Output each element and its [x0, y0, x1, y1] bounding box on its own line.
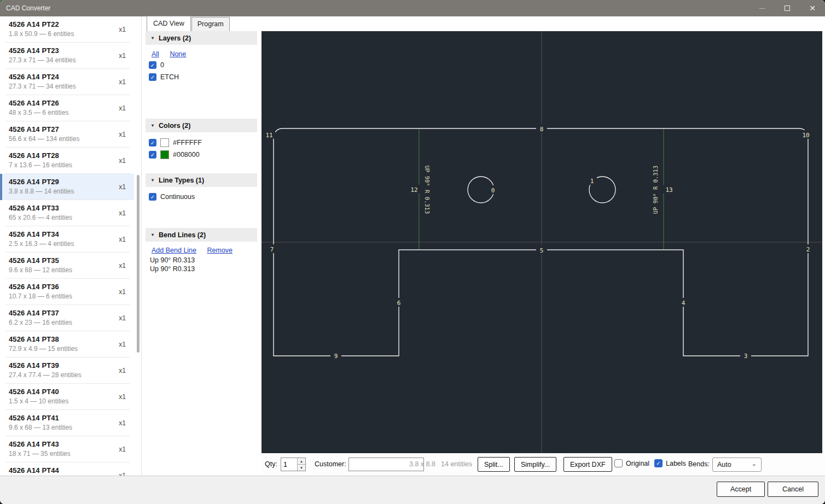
part-title: 4526 A14 PT36 [9, 283, 134, 291]
list-item[interactable]: 4526 A14 PT38 72.9 x 4.9 — 15 entities x… [0, 331, 134, 358]
list-item[interactable]: 4526 A14 PT28 7 x 13.6 — 16 entities x1 [0, 148, 134, 174]
list-item[interactable]: 4526 A14 PT29 3.8 x 8.8 — 14 entities x1 [0, 174, 134, 200]
collapse-icon: ▾ [152, 123, 154, 128]
part-subtitle: 48 x 3.5 — 6 entities [9, 109, 134, 116]
layer-row[interactable]: ✓ 0 [149, 60, 257, 70]
collapse-icon: ▾ [152, 36, 154, 40]
part-subtitle: 10.7 x 18 — 6 entities [9, 292, 134, 300]
cad-canvas[interactable]: 11 8 10 12 13 0 1 7 5 2 6 4 9 3 UP 90° R… [262, 31, 822, 453]
list-item[interactable]: 4526 A14 PT40 1.5 x 4 — 10 entities x1 [0, 384, 134, 410]
line-type-label: Continuous [160, 193, 195, 201]
maximize-button[interactable] [775, 0, 800, 16]
part-subtitle: 27.4 x 77.4 — 28 entities [9, 371, 134, 379]
part-qty: x1 [119, 288, 126, 296]
unchecked-checkbox-icon[interactable] [614, 459, 623, 467]
checked-checkbox-icon[interactable]: ✓ [149, 151, 156, 159]
layer-label: ETCH [160, 73, 179, 81]
part-qty: x1 [119, 236, 126, 243]
layers-none-link[interactable]: None [170, 50, 186, 58]
list-item[interactable]: 4526 A14 PT35 9.6 x 68 — 12 entities x1 [0, 253, 134, 279]
options-panel: ▾ Layers (2) All None ✓ 0 ✓ ETCH ▾ Color… [143, 16, 262, 476]
list-item[interactable]: 4526 A14 PT23 27.3 x 71 — 34 entities x1 [0, 43, 134, 69]
colors-header[interactable]: ▾ Colors (2) [146, 119, 257, 132]
tab-cad-view[interactable]: CAD View [147, 16, 191, 31]
maximize-icon [785, 5, 790, 11]
line-type-row[interactable]: ✓ Continuous [149, 192, 257, 202]
bend-annotation: UP 90° R 0.313 [652, 166, 659, 214]
part-title: 4526 A14 PT37 [9, 309, 134, 317]
qty-up-icon[interactable]: ▲ [298, 458, 305, 465]
color-row[interactable]: ✓ #008000 [149, 150, 257, 160]
qty-input[interactable] [281, 458, 297, 471]
list-item[interactable]: 4526 A14 PT34 2.5 x 16.3 — 4 entities x1 [0, 226, 134, 253]
close-button[interactable]: ✕ [800, 0, 825, 16]
list-item[interactable]: 4526 A14 PT26 48 x 3.5 — 6 entities x1 [0, 95, 134, 121]
layer-row[interactable]: ✓ ETCH [149, 72, 257, 82]
simplify-button[interactable]: Simplify... [514, 457, 556, 472]
layers-all-link[interactable]: All [152, 50, 159, 58]
bend-line-item[interactable]: Up 90° R0.313 [150, 256, 257, 264]
checked-checkbox-icon[interactable]: ✓ [149, 139, 156, 146]
vertex-label: 9 [334, 353, 338, 360]
minimize-icon [759, 8, 765, 9]
layers-header[interactable]: ▾ Layers (2) [146, 31, 257, 45]
bend-annotation: UP 90° R 0.313 [424, 166, 431, 214]
split-button[interactable]: Split... [478, 457, 510, 472]
bend-line-item[interactable]: Up 90° R0.313 [150, 265, 257, 273]
original-checkbox-row[interactable]: Original [614, 459, 649, 467]
list-item[interactable]: 4526 A14 PT41 9.6 x 68 — 13 entities x1 [0, 410, 134, 436]
labels-checkbox-row[interactable]: ✓ Labels [654, 459, 686, 467]
tab-program[interactable]: Program [191, 17, 230, 31]
panel-divider [141, 16, 142, 476]
cancel-button[interactable]: Cancel [768, 482, 818, 497]
add-bend-line-link[interactable]: Add Bend Line [152, 247, 196, 254]
part-qty: x1 [119, 183, 126, 191]
window-title: CAD Converter [6, 4, 50, 12]
minimize-button[interactable] [750, 0, 775, 16]
list-item[interactable]: 4526 A14 PT33 65 x 20.6 — 4 entities x1 [0, 200, 134, 226]
bends-dropdown[interactable]: Auto ⌄ [712, 458, 762, 472]
list-item[interactable]: 4526 A14 PT22 1.8 x 50.9 — 6 entities x1 [0, 16, 134, 43]
part-qty: x1 [119, 52, 126, 60]
qty-stepper[interactable]: ▲ ▼ [281, 458, 306, 471]
vertex-label: 2 [806, 246, 810, 253]
part-title: 4526 A14 PT33 [9, 204, 134, 212]
list-item[interactable]: 4526 A14 PT43 18 x 71 — 35 entities x1 [0, 436, 134, 462]
part-title: 4526 A14 PT43 [9, 440, 134, 448]
list-item[interactable]: 4526 A14 PT37 6.2 x 23 — 16 entities x1 [0, 305, 134, 331]
part-subtitle: 2.5 x 16.3 — 4 entities [9, 240, 134, 248]
original-label: Original [626, 460, 649, 467]
layers-title: Layers (2) [159, 34, 191, 42]
checked-checkbox-icon[interactable]: ✓ [149, 73, 156, 81]
part-subtitle: 65 x 20.6 — 4 entities [9, 214, 134, 221]
part-title: 4526 A14 PT35 [9, 256, 134, 265]
bends-value: Auto [717, 461, 731, 468]
part-qty: x1 [119, 78, 126, 86]
color-row[interactable]: ✓ #FFFFFF [149, 138, 257, 148]
sidebar-scrollbar-thumb[interactable] [137, 175, 140, 353]
part-subtitle: 1.5 x 4 — 10 entities [9, 397, 134, 405]
accept-button[interactable]: Accept [717, 482, 765, 497]
list-item[interactable]: 4526 A14 PT44 x1 [0, 462, 134, 476]
list-item[interactable]: 4526 A14 PT27 56.6 x 64 — 134 entities x… [0, 121, 134, 148]
part-title: 4526 A14 PT26 [9, 99, 134, 107]
cad-converter-window: CAD Converter ✕ 4526 A14 PT22 1.8 x 50.9… [0, 0, 825, 504]
list-item[interactable]: 4526 A14 PT39 27.4 x 77.4 — 28 entities … [0, 358, 134, 384]
close-icon: ✕ [809, 4, 816, 12]
tab-bar: CAD View Program [147, 17, 230, 31]
part-qty: x1 [119, 419, 126, 427]
remove-bend-line-link[interactable]: Remove [207, 247, 233, 254]
bend-lines-header[interactable]: ▾ Bend Lines (2) [146, 228, 257, 242]
part-title: 4526 A14 PT28 [9, 151, 134, 160]
checked-checkbox-icon[interactable]: ✓ [654, 459, 663, 467]
line-types-header[interactable]: ▾ Line Types (1) [146, 173, 257, 187]
qty-down-icon[interactable]: ▼ [298, 465, 305, 471]
layers-group: ▾ Layers (2) All None ✓ 0 ✓ ETCH [146, 31, 257, 82]
customer-label: Customer: [315, 460, 346, 468]
export-dxf-button[interactable]: Export DXF [563, 457, 612, 472]
checked-checkbox-icon[interactable]: ✓ [149, 193, 156, 201]
list-item[interactable]: 4526 A14 PT24 27.3 x 71 — 34 entities x1 [0, 69, 134, 95]
titlebar: CAD Converter ✕ [0, 0, 825, 16]
checked-checkbox-icon[interactable]: ✓ [149, 61, 156, 69]
list-item[interactable]: 4526 A14 PT36 10.7 x 18 — 6 entities x1 [0, 279, 134, 305]
